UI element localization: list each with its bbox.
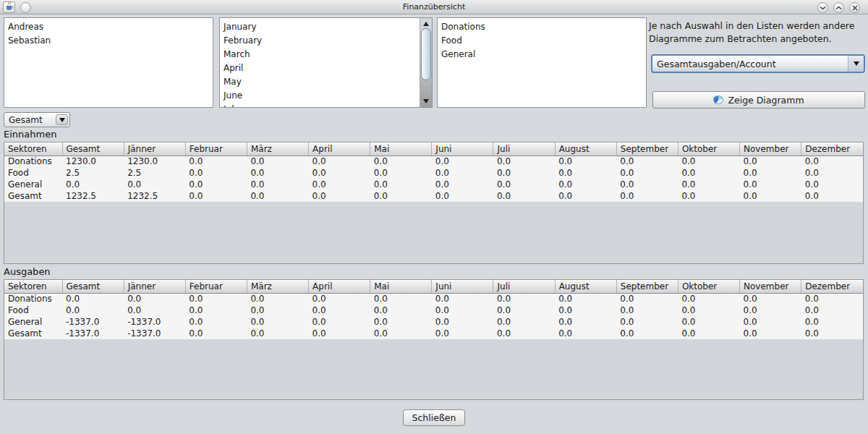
table-cell[interactable]: 0.0 bbox=[247, 190, 308, 202]
table-cell[interactable]: Food bbox=[4, 167, 62, 179]
column-header[interactable]: Mai bbox=[370, 280, 432, 293]
table-row[interactable]: Gesamt-1337.0-1337.00.00.00.00.00.00.00.… bbox=[4, 328, 863, 339]
table-cell[interactable]: 0.0 bbox=[678, 316, 739, 328]
column-header[interactable]: März bbox=[247, 142, 308, 156]
column-header[interactable]: September bbox=[616, 280, 678, 293]
table-cell[interactable]: 0.0 bbox=[493, 305, 555, 316]
months-list[interactable]: JanuaryFebruaryMarchAprilMayJuneJuly bbox=[219, 17, 433, 108]
table-cell[interactable]: 1232.5 bbox=[124, 190, 185, 202]
table-cell[interactable]: 0.0 bbox=[185, 328, 247, 339]
table-cell[interactable]: 0.0 bbox=[801, 328, 863, 339]
column-header[interactable]: Dezember bbox=[801, 280, 863, 293]
table-cell[interactable]: 0.0 bbox=[185, 316, 247, 328]
table-cell[interactable]: 0.0 bbox=[432, 179, 493, 190]
table-row[interactable]: General0.00.00.00.00.00.00.00.00.00.00.0… bbox=[4, 179, 863, 190]
column-header[interactable]: Jänner bbox=[124, 280, 185, 293]
table-cell[interactable]: 0.0 bbox=[616, 316, 678, 328]
table-cell[interactable]: 0.0 bbox=[616, 328, 678, 339]
table-cell[interactable]: 0.0 bbox=[801, 293, 863, 305]
table-cell[interactable]: 0.0 bbox=[309, 316, 370, 328]
list-item[interactable]: Sebastian bbox=[4, 34, 213, 48]
column-header[interactable]: November bbox=[740, 142, 801, 156]
column-header[interactable]: Sektoren bbox=[4, 280, 62, 293]
table-cell[interactable]: 0.0 bbox=[740, 190, 801, 202]
table-cell[interactable]: 0.0 bbox=[678, 190, 739, 202]
table-cell[interactable]: 0.0 bbox=[493, 328, 555, 339]
table-cell[interactable]: 0.0 bbox=[370, 316, 432, 328]
table-row[interactable]: Food2.52.50.00.00.00.00.00.00.00.00.00.0… bbox=[4, 167, 863, 179]
table-cell[interactable]: 0.0 bbox=[616, 293, 678, 305]
column-header[interactable]: November bbox=[740, 280, 801, 293]
table-cell[interactable]: 0.0 bbox=[247, 167, 308, 179]
column-header[interactable]: Sektoren bbox=[4, 142, 62, 156]
table-cell[interactable]: 0.0 bbox=[616, 167, 678, 179]
table-cell[interactable]: 0.0 bbox=[555, 190, 616, 202]
table-cell[interactable]: 0.0 bbox=[555, 167, 616, 179]
scope-combobox[interactable]: Gesamt bbox=[4, 112, 70, 127]
table-cell[interactable]: 0.0 bbox=[801, 305, 863, 316]
table-cell[interactable]: 0.0 bbox=[62, 179, 124, 190]
table-cell[interactable]: 0.0 bbox=[247, 316, 308, 328]
table-cell[interactable]: 0.0 bbox=[801, 167, 863, 179]
table-cell[interactable]: 0.0 bbox=[678, 328, 739, 339]
table-cell[interactable]: 1232.5 bbox=[62, 190, 124, 202]
close-button[interactable] bbox=[849, 2, 860, 13]
table-cell[interactable]: 0.0 bbox=[616, 305, 678, 316]
table-cell[interactable]: 0.0 bbox=[370, 328, 432, 339]
scrollbar-thumb[interactable] bbox=[421, 28, 431, 80]
table-cell[interactable]: 0.0 bbox=[309, 156, 370, 167]
list-item[interactable]: March bbox=[220, 48, 420, 61]
table-cell[interactable]: 0.0 bbox=[432, 328, 493, 339]
table-cell[interactable]: 0.0 bbox=[370, 167, 432, 179]
table-cell[interactable]: 0.0 bbox=[493, 190, 555, 202]
table-cell[interactable]: 0.0 bbox=[616, 156, 678, 167]
column-header[interactable]: August bbox=[555, 142, 616, 156]
table-cell[interactable]: 0.0 bbox=[555, 328, 616, 339]
table-row[interactable]: Food0.00.00.00.00.00.00.00.00.00.00.00.0… bbox=[4, 305, 863, 316]
scroll-down-icon[interactable] bbox=[420, 96, 432, 106]
column-header[interactable]: Februar bbox=[185, 280, 247, 293]
table-cell[interactable]: 0.0 bbox=[432, 293, 493, 305]
table-cell[interactable]: General bbox=[4, 316, 62, 328]
table-cell[interactable]: 0.0 bbox=[247, 305, 308, 316]
list-item[interactable]: February bbox=[220, 34, 420, 48]
column-header[interactable]: September bbox=[616, 142, 678, 156]
table-cell[interactable]: 1230.0 bbox=[124, 156, 185, 167]
table-cell[interactable]: Food bbox=[4, 305, 62, 316]
column-header[interactable]: Februar bbox=[185, 142, 247, 156]
table-cell[interactable]: 0.0 bbox=[124, 305, 185, 316]
table-cell[interactable]: 0.0 bbox=[555, 156, 616, 167]
table-cell[interactable]: 0.0 bbox=[185, 167, 247, 179]
table-row[interactable]: Gesamt1232.51232.50.00.00.00.00.00.00.00… bbox=[4, 190, 863, 202]
list-item[interactable]: General bbox=[438, 48, 646, 61]
combo-arrow-button[interactable] bbox=[56, 114, 68, 125]
table-cell[interactable]: 0.0 bbox=[493, 156, 555, 167]
list-item[interactable]: Donations bbox=[438, 20, 646, 34]
table-cell[interactable]: 0.0 bbox=[247, 179, 308, 190]
list-item[interactable]: Food bbox=[438, 34, 646, 48]
table-cell[interactable]: 0.0 bbox=[247, 156, 308, 167]
table-cell[interactable]: 0.0 bbox=[678, 293, 739, 305]
table-cell[interactable]: 0.0 bbox=[185, 156, 247, 167]
table-cell[interactable]: 0.0 bbox=[309, 167, 370, 179]
months-scrollbar[interactable] bbox=[420, 18, 432, 107]
column-header[interactable]: Mai bbox=[370, 142, 432, 156]
table-cell[interactable]: 2.5 bbox=[62, 167, 124, 179]
table-cell[interactable]: 0.0 bbox=[801, 179, 863, 190]
table-cell[interactable]: 0.0 bbox=[493, 167, 555, 179]
table-cell[interactable]: 0.0 bbox=[555, 305, 616, 316]
table-cell[interactable]: 0.0 bbox=[185, 179, 247, 190]
table-cell[interactable]: 0.0 bbox=[678, 156, 739, 167]
table-cell[interactable]: 0.0 bbox=[185, 305, 247, 316]
table-cell[interactable]: 0.0 bbox=[432, 167, 493, 179]
column-header[interactable]: Dezember bbox=[801, 142, 863, 156]
column-header[interactable]: April bbox=[309, 280, 370, 293]
list-item[interactable]: Andreas bbox=[4, 20, 213, 34]
table-cell[interactable]: 0.0 bbox=[370, 190, 432, 202]
table-cell[interactable]: 0.0 bbox=[432, 156, 493, 167]
diagram-type-combobox[interactable]: Gesamtausgaben/Account bbox=[651, 54, 865, 73]
table-cell[interactable]: 0.0 bbox=[801, 156, 863, 167]
table-cell[interactable]: -1337.0 bbox=[62, 328, 124, 339]
combo-arrow-button[interactable] bbox=[848, 56, 864, 72]
column-header[interactable]: Oktober bbox=[678, 280, 739, 293]
